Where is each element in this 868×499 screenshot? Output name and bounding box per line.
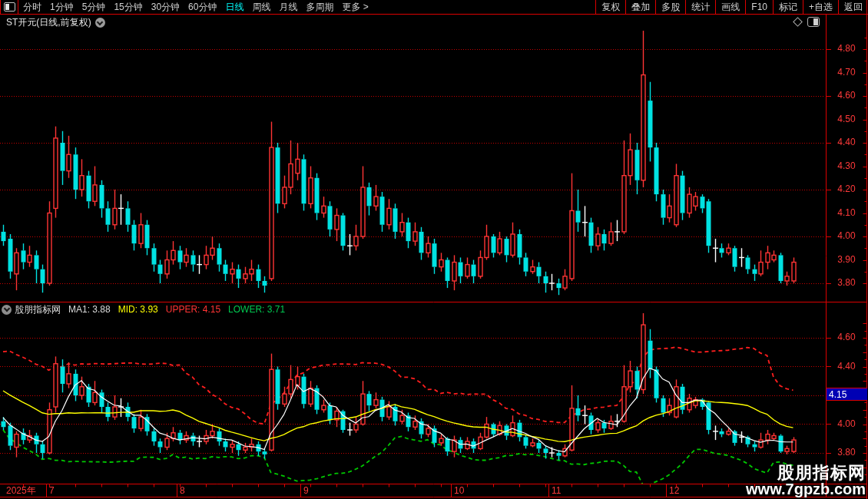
price-label: 3.80 <box>828 277 865 289</box>
price-label: 4.40 <box>828 137 865 148</box>
price-label: 4.80 <box>828 43 865 55</box>
menu-f10[interactable]: F10 <box>745 0 773 15</box>
price-label: 4.20 <box>828 183 865 195</box>
watermark-name: 股朋指标网 <box>746 464 866 481</box>
indicator-ma1-value: MA1: 3.88 <box>68 304 111 315</box>
indicator-name[interactable]: 股朋指标网 <box>15 303 61 316</box>
indicator-panel-header: 股朋指标网 MA1: 3.88 MID: 3.93 UPPER: 4.15 LO… <box>0 303 293 316</box>
price-label: 4.60 <box>828 332 865 343</box>
indicator-lower-value: LOWER: 3.71 <box>228 304 285 315</box>
price-label: 4.00 <box>828 418 865 430</box>
menu-monthly[interactable]: 月线 <box>279 1 297 14</box>
month-label: 8 <box>180 486 185 496</box>
menu-back[interactable]: 返回 <box>838 0 868 15</box>
month-label: 9 <box>303 486 309 496</box>
diamond-icon[interactable] <box>793 17 803 27</box>
tools-menu: 复权 叠加 多股 统计 画线 F10 标记 +自选 返回 <box>595 0 868 15</box>
month-label: 7 <box>49 486 55 496</box>
month-label: 12 <box>669 486 679 496</box>
price-label: 3.80 <box>828 447 865 458</box>
menu-overlay[interactable]: 叠加 <box>625 0 655 15</box>
price-label: 4.60 <box>828 90 865 101</box>
menu-stats[interactable]: 统计 <box>685 0 715 15</box>
indicator-mid-value: MID: 3.93 <box>118 304 158 315</box>
menu-daily[interactable]: 日线 <box>225 1 244 14</box>
price-label: 4.10 <box>828 207 865 219</box>
menu-adjust[interactable]: 复权 <box>595 0 625 15</box>
indicator-upper-value: UPPER: 4.15 <box>166 304 220 315</box>
menu-weekly[interactable]: 周线 <box>252 1 270 14</box>
menu-intraday[interactable]: 分时 <box>23 1 41 14</box>
menu-30min[interactable]: 30分钟 <box>151 1 180 14</box>
menu-multi-period[interactable]: 多周期 <box>306 1 333 14</box>
axis-highlight-badge: 4.15 <box>827 388 867 401</box>
year-label: 2025年 <box>6 486 36 496</box>
title-row: ST开元(日线,前复权) <box>0 15 826 31</box>
menu-15min[interactable]: 15分钟 <box>114 1 142 14</box>
title-chevron-down-icon[interactable] <box>95 18 105 28</box>
menu-add-watchlist[interactable]: +自选 <box>803 0 838 15</box>
timeframe-menu: 分时 1分钟 5分钟 15分钟 30分钟 60分钟 日线 周线 月线 多周期 更… <box>23 1 377 14</box>
panel-toggle-icon[interactable] <box>807 17 820 27</box>
app-window: 分时 1分钟 5分钟 15分钟 30分钟 60分钟 日线 周线 月线 多周期 更… <box>0 0 868 499</box>
top-menubar: 分时 1分钟 5分钟 15分钟 30分钟 60分钟 日线 周线 月线 多周期 更… <box>0 0 868 15</box>
menu-5min[interactable]: 5分钟 <box>82 1 106 14</box>
menu-multi-stock[interactable]: 多股 <box>655 0 685 15</box>
layout-toggle-icon <box>4 2 15 12</box>
title-row-icons <box>794 17 820 27</box>
chart-canvas[interactable] <box>0 0 868 499</box>
menu-1min[interactable]: 1分钟 <box>50 1 74 14</box>
watermark-url: www.7gpzb.com <box>746 481 866 497</box>
price-label: 4.30 <box>828 160 865 172</box>
price-label: 3.90 <box>828 254 865 266</box>
panel-collapse-icon[interactable] <box>2 305 12 315</box>
month-label: 10 <box>454 486 464 496</box>
menu-mark[interactable]: 标记 <box>773 0 803 15</box>
menu-60min[interactable]: 60分钟 <box>188 1 217 14</box>
price-label: 4.50 <box>828 114 865 125</box>
price-label: 4.70 <box>828 67 865 78</box>
layout-toggle-button[interactable] <box>1 0 18 15</box>
price-label: 4.00 <box>828 230 865 242</box>
menu-draw-line[interactable]: 画线 <box>715 0 745 15</box>
menu-more[interactable]: 更多 > <box>342 1 368 14</box>
price-label: 4.40 <box>828 361 865 372</box>
month-label: 11 <box>552 486 561 496</box>
chart-title[interactable]: ST开元(日线,前复权) <box>6 16 91 29</box>
site-watermark: 股朋指标网 www.7gpzb.com <box>746 464 866 497</box>
